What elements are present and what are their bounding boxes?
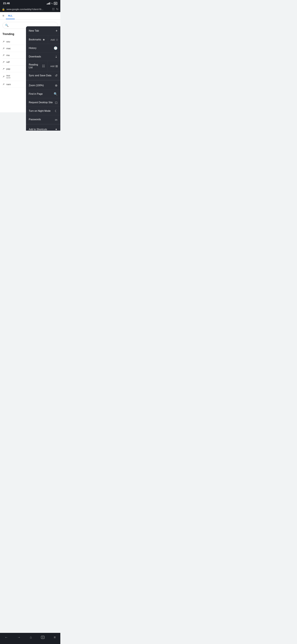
trend-icon: ↗ <box>2 60 4 64</box>
trend-label: pap <box>6 68 10 70</box>
history-icon: 🕐 <box>54 46 57 50</box>
shortcuts-label: Add to Shortcuts <box>29 128 54 131</box>
bookmarks-label: Bookmarks <box>29 38 41 41</box>
battery-icon: 50 <box>54 2 57 5</box>
trend-label: sou <box>6 40 10 43</box>
night-mode-item[interactable]: Turn on Night Mode ☾ <box>26 107 60 115</box>
downloads-label: Downloads <box>29 55 54 58</box>
shortcuts-icon: ✦ <box>55 128 57 131</box>
bookmarks-add-icon: ☆ <box>56 38 58 42</box>
reading-list-label: Reading List <box>29 63 41 69</box>
downloads-icon: ⇣ <box>55 55 57 58</box>
reading-list-main[interactable]: Reading List ☷ <box>26 61 48 71</box>
trend-label: nuv MAR <box>6 74 10 79</box>
history-label: History <box>29 47 52 50</box>
sync-label: Sync and Save Data <box>29 74 54 77</box>
status-bar: 21:46 ∿ 50 <box>0 0 60 6</box>
bookmarks-icon: ★ <box>42 38 45 42</box>
hamburger-icon[interactable]: ≡ <box>2 12 6 19</box>
lock-icon: 🔒 <box>2 8 5 11</box>
trend-icon: ↗ <box>2 54 4 57</box>
status-icons: ∿ 50 <box>47 2 57 5</box>
reading-list-add-label: Add <box>50 65 54 68</box>
new-tab-item[interactable]: New Tab + <box>26 26 60 36</box>
bookmarks-add-label: Add <box>51 38 55 41</box>
reading-list-icon: ☷ <box>42 64 45 68</box>
find-item[interactable]: Find in Page 🔍 <box>26 90 60 98</box>
find-icon: 🔍 <box>54 92 57 96</box>
zoom-item[interactable]: Zoom (100%) ⊕ <box>26 81 60 90</box>
night-mode-icon: ☾ <box>55 109 57 113</box>
context-menu: New Tab + Bookmarks ★ Add ☆ History 🕐 Do… <box>26 26 60 131</box>
sync-item[interactable]: Sync and Save Data ↺ <box>26 71 60 80</box>
desktop-icon: ◻ <box>55 100 57 104</box>
url-bar[interactable]: 🔒 www.google.com/webhp?client=fir... ☷ ↻ <box>0 6 60 12</box>
passwords-label: Passwords <box>29 118 53 121</box>
zoom-label: Zoom (100%) <box>29 84 54 87</box>
desktop-site-item[interactable]: Request Desktop Site ◻ <box>26 98 60 107</box>
reload-icon[interactable]: ↻ <box>56 8 58 11</box>
sync-icon: ↺ <box>55 74 57 78</box>
passwords-item[interactable]: Passwords ⚎ <box>26 115 60 124</box>
zoom-icon: ⊕ <box>55 84 57 87</box>
trend-label: ndf <box>6 61 9 63</box>
battery-level: 50 <box>54 2 57 5</box>
tab-all[interactable]: ALL <box>6 12 15 19</box>
bookmarks-item[interactable]: Bookmarks ★ Add ☆ <box>26 36 60 44</box>
bookmarks-main[interactable]: Bookmarks ★ <box>26 36 48 44</box>
night-mode-label: Turn on Night Mode <box>29 110 53 112</box>
trend-icon: ↗ <box>2 67 4 70</box>
wifi-icon: ∿ <box>51 2 53 5</box>
trend-icon: ↗ <box>2 47 4 50</box>
desktop-site-label: Request Desktop Site <box>29 101 54 104</box>
trend-icon: ↗ <box>2 83 4 86</box>
url-display[interactable]: www.google.com/webhp?client=fir... <box>6 8 51 10</box>
history-item[interactable]: History 🕐 <box>26 44 60 52</box>
tab-switcher-icon[interactable]: ☷ <box>52 8 55 11</box>
find-label: Find in Page <box>29 92 52 95</box>
reading-list-add-icon: ⊞ <box>55 64 58 68</box>
downloads-item[interactable]: Downloads ⇣ <box>26 52 60 61</box>
bookmarks-add-button[interactable]: Add ☆ <box>48 36 60 44</box>
tab-bar: ≡ ALL <box>0 12 60 20</box>
new-tab-label: New Tab <box>29 29 39 32</box>
trend-icon: ↗ <box>2 40 4 43</box>
status-time: 21:46 <box>3 2 10 5</box>
section-divider-1 <box>26 80 60 81</box>
new-tab-icon: + <box>55 29 57 33</box>
signal-icon <box>47 2 50 4</box>
reading-list-add-button[interactable]: Add ⊞ <box>48 62 60 70</box>
trend-icon: ↗ <box>2 75 4 78</box>
passwords-icon: ⚎ <box>55 118 57 121</box>
shortcuts-item[interactable]: Add to Shortcuts ✦ <box>26 125 60 131</box>
trend-label: mac <box>6 47 11 50</box>
reading-list-item[interactable]: Reading List ☷ Add ⊞ <box>26 61 60 71</box>
trend-label: ma <box>6 54 9 56</box>
trend-label: nam <box>6 83 11 86</box>
search-icon: 🔍 <box>5 24 8 27</box>
